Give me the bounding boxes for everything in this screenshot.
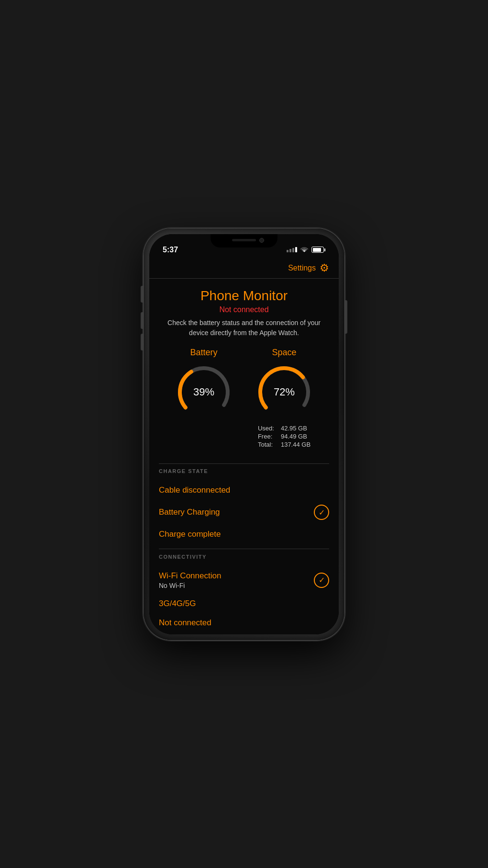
battery-gauge: 39%	[175, 363, 233, 421]
wifi-label: Wi-Fi Connection	[159, 571, 221, 581]
app-description: Check the battery status and the connect…	[159, 318, 329, 338]
app-header: Settings ⚙	[149, 258, 339, 279]
app-title: Phone Monitor	[159, 288, 329, 304]
cellular-label: 3G/4G/5G	[159, 599, 196, 609]
list-item[interactable]: Cable disconnected	[159, 481, 329, 500]
gauges-row: Battery 39%	[159, 348, 329, 449]
charge-state-section: CHARGE STATE Cable disconnected Battery …	[149, 468, 339, 544]
wifi-item: Wi-Fi Connection No Wi-Fi	[159, 571, 221, 589]
settings-gear-icon[interactable]: ⚙	[320, 262, 329, 274]
wifi-icon	[300, 246, 309, 254]
connection-status: Not connected	[159, 305, 329, 314]
used-label: Used:	[258, 425, 277, 432]
list-item[interactable]: Battery Charging ✓	[159, 500, 329, 525]
check-icon: ✓	[314, 505, 329, 520]
charge-cable-label: Cable disconnected	[159, 485, 230, 495]
space-section: Space 72% Use	[255, 348, 313, 449]
connectivity-section: CONNECTIVITY Wi-Fi Connection No Wi-Fi ✓…	[149, 554, 339, 632]
not-connected-label: Not connected	[159, 618, 211, 628]
status-icons	[287, 246, 325, 254]
settings-label[interactable]: Settings	[288, 264, 316, 272]
list-item[interactable]: Wi-Fi Connection No Wi-Fi ✓	[159, 566, 329, 594]
battery-icon	[311, 247, 325, 253]
speaker	[232, 239, 256, 241]
wifi-sublabel: No Wi-Fi	[159, 582, 221, 589]
signal-icon	[287, 247, 297, 252]
list-item[interactable]: 3G/4G/5G	[159, 594, 329, 613]
charge-charging-label: Battery Charging	[159, 507, 220, 517]
free-label: Free:	[258, 433, 277, 440]
camera	[259, 238, 264, 243]
total-label: Total:	[258, 441, 277, 448]
phone-screen: 5:37	[149, 234, 339, 634]
charge-state-header: CHARGE STATE	[159, 468, 329, 474]
divider-1	[159, 463, 329, 464]
notch	[211, 234, 277, 248]
space-percentage: 72%	[274, 386, 295, 398]
status-time: 5:37	[163, 246, 178, 254]
total-value: 137.44 GB	[281, 441, 311, 448]
connectivity-header: CONNECTIVITY	[159, 554, 329, 560]
phone-frame: 5:37	[144, 228, 344, 640]
space-gauge: 72%	[255, 363, 313, 421]
screen[interactable]: 5:37	[149, 234, 339, 634]
check-icon: ✓	[314, 573, 329, 588]
list-item[interactable]: Charge complete	[159, 525, 329, 544]
charge-complete-label: Charge complete	[159, 530, 221, 539]
battery-section: Battery 39%	[175, 348, 233, 421]
list-item[interactable]: Not connected	[159, 613, 329, 632]
divider-2	[159, 549, 329, 549]
free-value: 94.49 GB	[281, 433, 307, 440]
main-content: Phone Monitor Not connected Check the ba…	[149, 279, 339, 463]
battery-percentage: 39%	[193, 386, 214, 398]
